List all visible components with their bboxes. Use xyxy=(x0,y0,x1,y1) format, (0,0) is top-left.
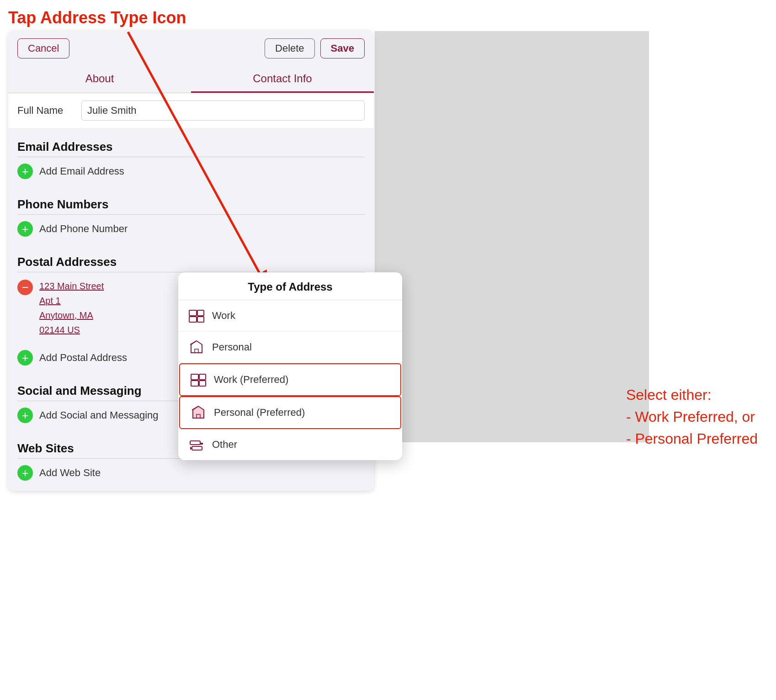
gap6 xyxy=(8,487,374,491)
toolbar: Cancel Delete Save xyxy=(8,31,374,66)
svg-rect-19 xyxy=(192,446,202,450)
add-email-icon: + xyxy=(17,164,33,179)
address-type-dropdown: Type of Address Work Personal Work (Pref… xyxy=(178,272,402,460)
dropdown-item-personal-preferred[interactable]: Personal (Preferred) xyxy=(179,396,401,429)
add-postal-label: Add Postal Address xyxy=(39,352,127,364)
gap3 xyxy=(8,243,374,247)
postal-section-header: Postal Addresses xyxy=(8,247,374,272)
add-email-row[interactable]: + Add Email Address xyxy=(8,157,374,186)
add-phone-row[interactable]: + Add Phone Number xyxy=(8,215,374,243)
svg-rect-14 xyxy=(191,381,198,386)
full-name-label: Full Name xyxy=(17,105,81,117)
svg-rect-15 xyxy=(199,374,206,380)
full-name-row: Full Name xyxy=(8,93,374,128)
side-annotation-line2: - Work Preferred, or xyxy=(626,406,758,428)
dropdown-item-personal[interactable]: Personal xyxy=(178,332,402,363)
toolbar-right: Delete Save xyxy=(265,38,365,58)
dropdown-item-other[interactable]: Other xyxy=(178,429,402,460)
phone-section-header: Phone Numbers xyxy=(8,189,374,214)
svg-rect-9 xyxy=(189,310,197,316)
cancel-button[interactable]: Cancel xyxy=(17,38,69,58)
side-annotation-text: Select either: - Work Preferred, or - Pe… xyxy=(626,384,758,450)
tabs-bar: About Contact Info xyxy=(8,66,374,93)
personal-preferred-icon xyxy=(190,404,207,421)
dropdown-title: Type of Address xyxy=(178,272,402,300)
add-website-row[interactable]: + Add Web Site xyxy=(8,459,374,487)
add-email-label: Add Email Address xyxy=(39,165,124,177)
dropdown-other-label: Other xyxy=(212,439,237,451)
add-social-icon: + xyxy=(17,408,33,423)
dropdown-work-preferred-label: Work (Preferred) xyxy=(214,374,288,386)
work-icon xyxy=(188,308,205,324)
dropdown-personal-preferred-label: Personal (Preferred) xyxy=(214,407,305,419)
background-overlay xyxy=(375,31,649,442)
toolbar-left: Cancel xyxy=(17,38,69,58)
add-website-label: Add Web Site xyxy=(39,467,101,479)
svg-rect-17 xyxy=(190,441,200,445)
add-phone-icon: + xyxy=(17,221,33,237)
full-name-input[interactable] xyxy=(81,101,365,121)
remove-address-icon[interactable]: − xyxy=(17,280,33,295)
svg-rect-13 xyxy=(191,374,198,380)
gap1 xyxy=(8,128,374,132)
personal-icon xyxy=(188,339,205,355)
add-postal-icon: + xyxy=(17,350,33,366)
svg-rect-10 xyxy=(189,317,197,322)
dropdown-item-work[interactable]: Work xyxy=(178,300,402,332)
svg-rect-16 xyxy=(199,381,206,386)
other-icon xyxy=(188,436,205,453)
svg-rect-12 xyxy=(197,317,204,322)
add-phone-label: Add Phone Number xyxy=(39,223,128,235)
add-social-label: Add Social and Messaging xyxy=(39,409,159,421)
tab-about[interactable]: About xyxy=(8,66,191,93)
side-annotation-line1: Select either: xyxy=(626,384,758,406)
tap-instruction-label: Tap Address Type Icon xyxy=(8,8,186,27)
tab-contact-info[interactable]: Contact Info xyxy=(191,66,374,93)
side-annotation-line3: - Personal Preferred xyxy=(626,428,758,450)
svg-rect-11 xyxy=(197,310,204,316)
work-preferred-icon xyxy=(190,371,207,388)
dropdown-item-work-preferred[interactable]: Work (Preferred) xyxy=(179,363,401,396)
svg-marker-18 xyxy=(200,443,203,445)
gap2 xyxy=(8,186,374,189)
add-website-icon: + xyxy=(17,465,33,481)
dropdown-work-label: Work xyxy=(212,310,235,322)
dropdown-personal-label: Personal xyxy=(212,341,252,353)
delete-button[interactable]: Delete xyxy=(265,38,315,58)
save-button[interactable]: Save xyxy=(320,38,365,58)
email-section-header: Email Addresses xyxy=(8,132,374,157)
